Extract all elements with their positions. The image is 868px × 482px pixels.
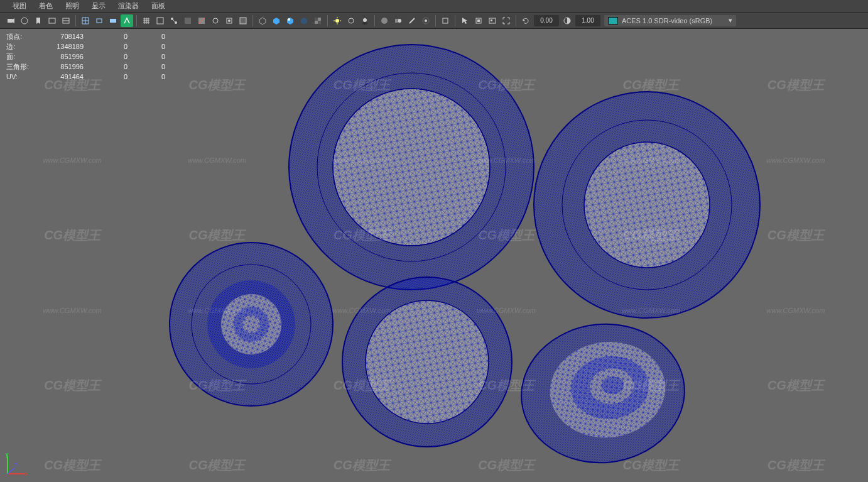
toolbar-separator	[75, 15, 76, 26]
svg-rect-7	[110, 19, 116, 23]
svg-marker-1	[13, 18, 14, 23]
depth-of-field-icon[interactable]	[420, 14, 432, 27]
shadows-icon[interactable]	[298, 14, 310, 27]
viewport-3d[interactable]: CG模型王 CG模型王 CG模型王 CG模型王 CG模型王 CG模型王 www.…	[0, 29, 868, 481]
wireframe-on-shaded-icon[interactable]	[154, 14, 166, 27]
svg-text:x: x	[25, 471, 28, 477]
hud-row-verts: 顶点: 708143 0 0	[6, 31, 165, 41]
svg-point-61	[366, 300, 489, 424]
svg-point-29	[425, 19, 427, 22]
svg-rect-31	[443, 18, 448, 23]
hardware-fog-icon[interactable]	[439, 14, 452, 27]
scene-wireframe	[0, 29, 868, 481]
gate-mask-icon[interactable]	[107, 14, 119, 27]
two-sided-lighting-icon[interactable]	[345, 14, 357, 27]
svg-point-23	[335, 19, 339, 23]
xray-joints-icon[interactable]	[209, 14, 222, 27]
menu-renderer[interactable]: 渲染器	[112, 0, 145, 12]
resolution-gate-icon[interactable]	[93, 14, 106, 27]
select-camera-icon[interactable]	[4, 14, 17, 27]
svg-text:y: y	[6, 452, 9, 457]
ao-icon[interactable]	[378, 14, 391, 27]
svg-point-27	[381, 18, 388, 24]
menu-shading[interactable]: 着色	[33, 0, 59, 12]
svg-text:z: z	[15, 461, 18, 468]
svg-line-73	[8, 468, 15, 474]
wireframe-icon[interactable]	[256, 14, 269, 27]
svg-point-25	[362, 22, 367, 25]
toolbar-separator	[327, 15, 328, 26]
cursor-icon[interactable]	[458, 14, 471, 27]
svg-point-41	[333, 89, 490, 246]
svg-point-17	[228, 19, 231, 22]
xray-icon[interactable]	[182, 14, 194, 27]
svg-rect-22	[318, 21, 321, 24]
svg-rect-33	[477, 19, 480, 22]
svg-point-2	[21, 18, 28, 24]
default-material-icon[interactable]	[237, 14, 249, 27]
exposure-value[interactable]: 0.00	[534, 15, 559, 26]
exposure-reset-icon[interactable]	[519, 14, 532, 27]
smooth-shade-icon[interactable]	[270, 14, 283, 27]
grid-toggle-icon[interactable]	[140, 14, 153, 27]
lock-camera-icon[interactable]	[18, 14, 31, 27]
svg-point-28	[398, 19, 401, 23]
chevron-down-icon: ▾	[729, 16, 732, 25]
colorspace-dropdown[interactable]: ACES 1.0 SDR-video (sRGB) ▾	[604, 15, 736, 26]
toolbar-separator	[374, 15, 375, 26]
motion-blur-icon[interactable]	[392, 14, 404, 27]
svg-point-26	[363, 18, 367, 22]
textured-icon[interactable]	[312, 14, 324, 27]
menu-view[interactable]: 视图	[6, 0, 33, 12]
svg-point-47	[584, 142, 710, 268]
svg-point-24	[349, 18, 354, 23]
snap-icon[interactable]	[472, 14, 485, 27]
joints-icon[interactable]	[168, 14, 180, 27]
hud-row-edges: 边: 1348189 0 0	[6, 41, 165, 52]
svg-rect-6	[97, 19, 102, 23]
gamma-icon[interactable]	[561, 14, 573, 27]
toolbar-separator	[252, 15, 253, 26]
toolbar-separator	[516, 15, 516, 26]
frame-selected-icon[interactable]	[500, 14, 513, 27]
screen-space-icon[interactable]	[486, 14, 499, 27]
grid-icon[interactable]	[79, 14, 92, 27]
svg-point-57	[242, 315, 260, 333]
shadow-icon[interactable]	[359, 14, 371, 27]
svg-rect-8	[157, 18, 163, 24]
svg-rect-35	[491, 19, 492, 21]
svg-point-15	[213, 18, 218, 23]
svg-rect-18	[240, 18, 246, 24]
anti-aliasing-icon[interactable]	[406, 14, 418, 27]
svg-rect-0	[8, 19, 13, 23]
use-all-lights-icon[interactable]	[284, 14, 296, 27]
panel-menubar: 视图 着色 照明 显示 渲染器 面板	[0, 0, 868, 13]
svg-rect-12	[185, 18, 191, 24]
bookmark-icon[interactable]	[32, 14, 45, 27]
xray-active-icon[interactable]	[195, 14, 208, 27]
film-gate-icon[interactable]	[60, 14, 72, 27]
toolbar-separator	[136, 15, 137, 26]
panel-toolbar: 0.00 1.00 ACES 1.0 SDR-video (sRGB) ▾	[0, 13, 868, 29]
svg-rect-21	[315, 18, 318, 21]
axis-gizmo[interactable]: y x z	[4, 452, 29, 478]
lighting-mode-icon[interactable]	[331, 14, 344, 27]
hud-row-tris: 三角形: 851996 0 0	[6, 62, 165, 72]
menu-panels[interactable]: 面板	[145, 0, 171, 12]
hud-row-faces: 面: 851996 0 0	[6, 52, 165, 62]
poly-count-hud: 顶点: 708143 0 0 边: 1348189 0 0 面: 851996 …	[6, 31, 165, 82]
colorspace-chip-icon	[608, 17, 618, 25]
hud-row-uvs: UV: 491464 0 0	[6, 72, 165, 82]
isolate-select-icon[interactable]	[223, 14, 236, 27]
gamma-value[interactable]: 1.00	[575, 15, 600, 26]
toolbar-separator	[455, 15, 455, 26]
menu-show[interactable]: 显示	[85, 0, 112, 12]
svg-line-11	[172, 19, 176, 23]
toolbar-separator	[435, 15, 436, 26]
safe-action-icon[interactable]	[121, 14, 133, 27]
menu-lighting[interactable]: 照明	[59, 0, 85, 12]
colorspace-label: ACES 1.0 SDR-video (sRGB)	[622, 17, 712, 25]
svg-point-19	[288, 18, 290, 21]
image-plane-icon[interactable]	[46, 14, 58, 27]
svg-rect-3	[49, 18, 55, 23]
